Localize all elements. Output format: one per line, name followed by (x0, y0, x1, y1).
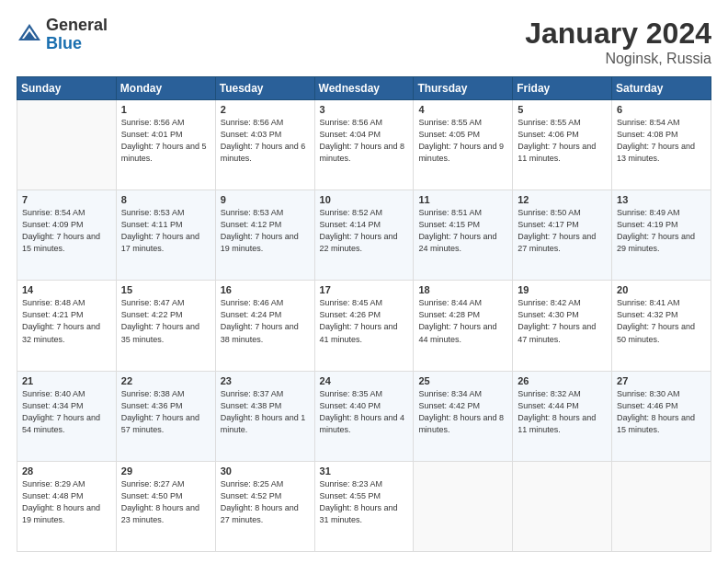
page: General Blue January 2024 Noginsk, Russi… (0, 0, 728, 563)
day-info: Sunrise: 8:56 AMSunset: 4:01 PMDaylight:… (121, 117, 210, 165)
day-cell (17, 100, 117, 190)
day-number: 6 (617, 104, 706, 115)
calendar-title: January 2024 (525, 17, 711, 51)
day-number: 18 (418, 284, 507, 295)
day-info: Sunrise: 8:56 AMSunset: 4:04 PMDaylight:… (320, 117, 409, 165)
week-row-1: 1Sunrise: 8:56 AMSunset: 4:01 PMDaylight… (17, 100, 711, 190)
day-number: 2 (221, 104, 310, 115)
day-cell (513, 461, 612, 551)
day-number: 31 (320, 465, 409, 477)
day-cell: 3Sunrise: 8:56 AMSunset: 4:04 PMDaylight… (314, 100, 414, 190)
day-info: Sunrise: 8:44 AMSunset: 4:28 PMDaylight:… (418, 297, 507, 345)
day-header-friday: Friday (513, 77, 612, 100)
day-cell: 22Sunrise: 8:38 AMSunset: 4:36 PMDayligh… (116, 371, 215, 461)
day-info: Sunrise: 8:48 AMSunset: 4:21 PMDaylight:… (22, 297, 111, 345)
logo-text: General Blue (46, 17, 108, 53)
day-number: 7 (22, 194, 111, 205)
day-info: Sunrise: 8:45 AMSunset: 4:26 PMDaylight:… (320, 297, 409, 345)
day-info: Sunrise: 8:56 AMSunset: 4:03 PMDaylight:… (221, 117, 310, 165)
day-cell: 10Sunrise: 8:52 AMSunset: 4:14 PMDayligh… (314, 190, 414, 281)
day-number: 12 (518, 194, 607, 205)
day-cell: 26Sunrise: 8:32 AMSunset: 4:44 PMDayligh… (513, 371, 612, 461)
logo: General Blue (17, 17, 108, 53)
day-info: Sunrise: 8:23 AMSunset: 4:55 PMDaylight:… (320, 478, 409, 526)
day-cell: 8Sunrise: 8:53 AMSunset: 4:11 PMDaylight… (116, 190, 215, 281)
day-info: Sunrise: 8:25 AMSunset: 4:52 PMDaylight:… (221, 478, 310, 526)
day-cell: 21Sunrise: 8:40 AMSunset: 4:34 PMDayligh… (17, 371, 117, 461)
day-number: 19 (518, 284, 607, 295)
day-info: Sunrise: 8:29 AMSunset: 4:48 PMDaylight:… (22, 478, 111, 526)
day-number: 9 (221, 194, 310, 205)
day-info: Sunrise: 8:53 AMSunset: 4:11 PMDaylight:… (121, 207, 210, 255)
day-info: Sunrise: 8:51 AMSunset: 4:15 PMDaylight:… (418, 207, 507, 255)
day-number: 11 (418, 194, 507, 205)
day-cell: 27Sunrise: 8:30 AMSunset: 4:46 PMDayligh… (612, 371, 711, 461)
day-cell: 13Sunrise: 8:49 AMSunset: 4:19 PMDayligh… (612, 190, 711, 281)
day-info: Sunrise: 8:54 AMSunset: 4:09 PMDaylight:… (22, 207, 111, 255)
day-cell: 30Sunrise: 8:25 AMSunset: 4:52 PMDayligh… (215, 461, 314, 551)
day-info: Sunrise: 8:35 AMSunset: 4:40 PMDaylight:… (320, 388, 409, 436)
day-cell (414, 461, 513, 551)
day-cell: 28Sunrise: 8:29 AMSunset: 4:48 PMDayligh… (17, 461, 117, 551)
day-number: 13 (617, 194, 706, 205)
day-number: 3 (320, 104, 409, 115)
day-info: Sunrise: 8:47 AMSunset: 4:22 PMDaylight:… (121, 297, 210, 345)
day-cell (612, 461, 711, 551)
day-info: Sunrise: 8:38 AMSunset: 4:36 PMDaylight:… (121, 388, 210, 436)
day-number: 24 (320, 375, 409, 386)
day-number: 29 (121, 465, 210, 477)
week-row-2: 7Sunrise: 8:54 AMSunset: 4:09 PMDaylight… (17, 190, 711, 281)
day-header-thursday: Thursday (414, 77, 513, 100)
day-cell: 2Sunrise: 8:56 AMSunset: 4:03 PMDaylight… (215, 100, 314, 190)
day-header-wednesday: Wednesday (314, 77, 414, 100)
day-number: 8 (121, 194, 210, 205)
day-cell: 11Sunrise: 8:51 AMSunset: 4:15 PMDayligh… (414, 190, 513, 281)
week-row-3: 14Sunrise: 8:48 AMSunset: 4:21 PMDayligh… (17, 281, 711, 371)
day-cell: 23Sunrise: 8:37 AMSunset: 4:38 PMDayligh… (215, 371, 314, 461)
day-cell: 15Sunrise: 8:47 AMSunset: 4:22 PMDayligh… (116, 281, 215, 371)
day-info: Sunrise: 8:37 AMSunset: 4:38 PMDaylight:… (221, 388, 310, 436)
day-header-sunday: Sunday (17, 77, 117, 100)
title-block: January 2024 Noginsk, Russia (525, 17, 711, 67)
week-row-5: 28Sunrise: 8:29 AMSunset: 4:48 PMDayligh… (17, 461, 711, 551)
day-cell: 16Sunrise: 8:46 AMSunset: 4:24 PMDayligh… (215, 281, 314, 371)
day-info: Sunrise: 8:50 AMSunset: 4:17 PMDaylight:… (518, 207, 607, 255)
day-cell: 9Sunrise: 8:53 AMSunset: 4:12 PMDaylight… (215, 190, 314, 281)
day-number: 14 (22, 284, 111, 295)
day-number: 26 (518, 375, 607, 386)
day-number: 27 (617, 375, 706, 386)
day-info: Sunrise: 8:41 AMSunset: 4:32 PMDaylight:… (617, 297, 706, 345)
day-info: Sunrise: 8:40 AMSunset: 4:34 PMDaylight:… (22, 388, 111, 436)
day-number: 17 (320, 284, 409, 295)
logo-icon (17, 22, 42, 48)
day-cell: 4Sunrise: 8:55 AMSunset: 4:05 PMDaylight… (414, 100, 513, 190)
day-number: 1 (121, 104, 210, 115)
day-number: 28 (22, 465, 111, 477)
day-cell: 29Sunrise: 8:27 AMSunset: 4:50 PMDayligh… (116, 461, 215, 551)
day-info: Sunrise: 8:46 AMSunset: 4:24 PMDaylight:… (221, 297, 310, 345)
day-number: 10 (320, 194, 409, 205)
calendar-subtitle: Noginsk, Russia (525, 51, 711, 67)
day-cell: 6Sunrise: 8:54 AMSunset: 4:08 PMDaylight… (612, 100, 711, 190)
day-info: Sunrise: 8:53 AMSunset: 4:12 PMDaylight:… (221, 207, 310, 255)
day-cell: 7Sunrise: 8:54 AMSunset: 4:09 PMDaylight… (17, 190, 117, 281)
day-cell: 20Sunrise: 8:41 AMSunset: 4:32 PMDayligh… (612, 281, 711, 371)
day-header-tuesday: Tuesday (215, 77, 314, 100)
day-number: 5 (518, 104, 607, 115)
calendar-table: SundayMondayTuesdayWednesdayThursdayFrid… (17, 76, 711, 552)
day-info: Sunrise: 8:30 AMSunset: 4:46 PMDaylight:… (617, 388, 706, 436)
day-cell: 14Sunrise: 8:48 AMSunset: 4:21 PMDayligh… (17, 281, 117, 371)
day-cell: 24Sunrise: 8:35 AMSunset: 4:40 PMDayligh… (314, 371, 414, 461)
day-number: 4 (418, 104, 507, 115)
day-number: 23 (221, 375, 310, 386)
day-info: Sunrise: 8:49 AMSunset: 4:19 PMDaylight:… (617, 207, 706, 255)
day-cell: 19Sunrise: 8:42 AMSunset: 4:30 PMDayligh… (513, 281, 612, 371)
day-number: 22 (121, 375, 210, 386)
header-row: SundayMondayTuesdayWednesdayThursdayFrid… (17, 77, 711, 100)
day-number: 21 (22, 375, 111, 386)
logo-blue: Blue (46, 34, 82, 52)
day-header-saturday: Saturday (612, 77, 711, 100)
day-cell: 1Sunrise: 8:56 AMSunset: 4:01 PMDaylight… (116, 100, 215, 190)
day-info: Sunrise: 8:32 AMSunset: 4:44 PMDaylight:… (518, 388, 607, 436)
day-info: Sunrise: 8:27 AMSunset: 4:50 PMDaylight:… (121, 478, 210, 526)
